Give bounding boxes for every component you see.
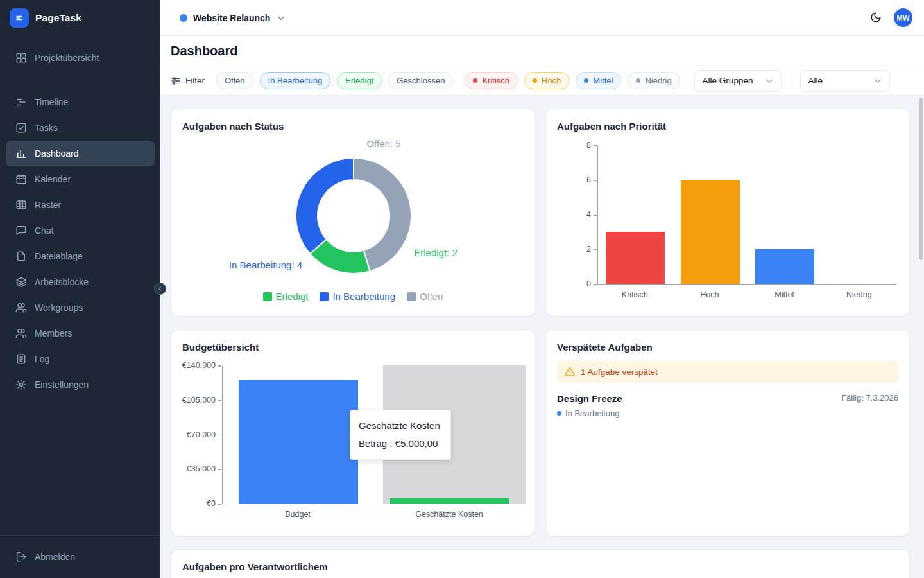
- assignee-filter-select[interactable]: Alle: [800, 70, 890, 92]
- moon-icon: [870, 12, 882, 23]
- sidebar-collapse-button[interactable]: [154, 283, 166, 295]
- bar-chart-icon: [15, 148, 27, 159]
- axis-tick: [594, 249, 597, 250]
- filter-chip-erledigt[interactable]: Erledigt: [337, 72, 382, 89]
- dashboard-content: Aufgaben nach Status Offen: 5 Erledigt: …: [160, 96, 924, 578]
- project-selector[interactable]: Website Relaunch: [180, 13, 286, 23]
- bar-geschatzte-kosten[interactable]: [390, 498, 509, 504]
- task-status: In Bearbeitung: [557, 408, 622, 418]
- raster-icon: [15, 199, 27, 211]
- layers-icon: [15, 276, 27, 288]
- page-title: Dashboard: [171, 44, 237, 58]
- filter-chip-mittel[interactable]: Mittel: [576, 72, 621, 89]
- overdue-task-name[interactable]: Design Freeze: [557, 393, 622, 404]
- logout-icon: [15, 551, 27, 563]
- sidebar-item-log[interactable]: Log: [6, 346, 155, 372]
- divider: [791, 74, 791, 88]
- sidebar-item-label: Log: [35, 354, 49, 364]
- filter-chip-hoch[interactable]: Hoch: [524, 72, 569, 89]
- chat-icon: [15, 225, 27, 236]
- x-axis-label: Hoch: [700, 290, 719, 299]
- legend-label: Erledigt: [276, 291, 309, 302]
- legend-label: In Bearbeitung: [332, 291, 395, 302]
- sliders-icon: [171, 76, 181, 86]
- sidebar-item-abmelden[interactable]: Abmelden: [6, 544, 155, 570]
- status-chart-card: Aufgaben nach Status Offen: 5 Erledigt: …: [171, 109, 535, 317]
- donut-label-in-bearbeitung: In Bearbeitung: 4: [229, 259, 302, 270]
- bar-budget[interactable]: [239, 380, 358, 504]
- y-axis-label: €35.000: [171, 464, 216, 473]
- sidebar-item-label: Kalender: [35, 174, 71, 184]
- overdue-task-info: Design Freeze In Bearbeitung: [557, 393, 622, 418]
- legend-label: Offen: [420, 291, 443, 302]
- overdue-tasks-card: Verspätete Aufgaben 1 Aufgabe verspätet …: [545, 329, 910, 536]
- overdue-alert-text: 1 Aufgabe verspätet: [581, 367, 658, 377]
- chevron-left-icon: [157, 285, 164, 292]
- user-avatar[interactable]: MW: [894, 8, 912, 27]
- brand-name: PageTask: [35, 12, 81, 24]
- chip-label: Geschlossen: [397, 76, 445, 85]
- sidebar-item-label: Timeline: [35, 97, 68, 107]
- chevron-down-icon: [873, 76, 883, 86]
- filter-chip-niedrig[interactable]: Niedrig: [628, 72, 680, 89]
- sidebar-item-label: Projektübersicht: [35, 53, 99, 63]
- bar-hoch[interactable]: [681, 180, 740, 284]
- filter-chip-kritisch[interactable]: Kritisch: [465, 72, 518, 89]
- bar-kritisch[interactable]: [606, 232, 665, 284]
- sidebar-item-tasks[interactable]: Tasks: [6, 115, 155, 141]
- topbar-right: MW: [869, 8, 912, 27]
- sidebar-item-label: Abmelden: [35, 552, 75, 562]
- timeline-icon: [15, 96, 27, 108]
- sidebar-item-workgroups[interactable]: Workgroups: [6, 295, 155, 320]
- y-axis-label: 8: [546, 141, 591, 150]
- sidebar-item-chat[interactable]: Chat: [6, 218, 155, 243]
- sidebar-item-raster[interactable]: Raster: [6, 192, 155, 218]
- priority-chart-card: Aufgaben nach Priorität KritischHochMitt…: [545, 109, 910, 317]
- x-axis-label: Kritisch: [622, 290, 648, 299]
- bar-mittel[interactable]: [755, 249, 814, 284]
- y-axis-label: 4: [546, 210, 591, 219]
- filter-button[interactable]: Filter: [171, 76, 205, 86]
- theme-toggle-button[interactable]: [869, 12, 882, 24]
- sidebar-item-arbeitsblocke[interactable]: Arbeitsblöcke: [6, 269, 155, 295]
- chip-label: Hoch: [542, 76, 561, 85]
- sidebar-item-einstellungen[interactable]: Einstellungen: [6, 372, 155, 398]
- priority-dot-icon: [584, 78, 588, 83]
- sidebar-item-dateiablage[interactable]: Dateiablage: [6, 243, 155, 269]
- axis-tick: [218, 504, 221, 505]
- users-icon: [15, 302, 27, 313]
- legend-swatch: [320, 292, 329, 301]
- sidebar-item-projektubersicht[interactable]: Projektübersicht: [6, 45, 155, 71]
- donut-segment-in-bearbeitung[interactable]: [296, 158, 354, 254]
- scrollbar-thumb[interactable]: [919, 98, 923, 260]
- card-title: Aufgaben pro Verantwortlichem: [182, 561, 328, 572]
- axis-tick: [594, 180, 597, 181]
- tooltip-value: Betrag : €5.000,00: [359, 435, 442, 453]
- filter-chip-offen[interactable]: Offen: [216, 72, 253, 89]
- legend-item-offen[interactable]: Offen: [407, 291, 443, 302]
- chart-tooltip: Geschätzte Kosten Betrag : €5.000,00: [350, 410, 451, 460]
- card-title: Aufgaben nach Priorität: [557, 121, 666, 132]
- legend-item-in-bearbeitung[interactable]: In Bearbeitung: [320, 291, 395, 302]
- page-title-bar: Dashboard: [160, 36, 924, 66]
- status-donut-chart: [292, 154, 415, 277]
- axis-tick: [218, 365, 221, 367]
- tasks-icon: [15, 122, 27, 134]
- group-filter-select[interactable]: Alle Gruppen: [694, 70, 782, 92]
- y-axis-label: 0: [546, 279, 591, 288]
- priority-dot-icon: [636, 78, 640, 83]
- sidebar-item-members[interactable]: Members: [6, 320, 155, 346]
- y-axis-label: €105.000: [171, 396, 216, 405]
- sidebar-item-label: Arbeitsblöcke: [35, 277, 89, 287]
- y-axis-label: 6: [546, 175, 591, 184]
- legend-item-erledigt[interactable]: Erledigt: [263, 291, 309, 302]
- scrollbar: [919, 97, 923, 575]
- sidebar-item-kalender[interactable]: Kalender: [6, 166, 155, 192]
- filter-chip-in-bearbeitung[interactable]: In Bearbeitung: [260, 72, 331, 89]
- sidebar-item-dashboard[interactable]: Dashboard: [6, 141, 155, 166]
- legend-swatch: [263, 292, 272, 301]
- sidebar: PageTask ProjektübersichtTimelineTasksDa…: [0, 0, 160, 578]
- filter-chip-geschlossen[interactable]: Geschlossen: [388, 72, 453, 89]
- sidebar-item-timeline[interactable]: Timeline: [6, 89, 155, 115]
- assignee-filter-value: Alle: [809, 76, 823, 85]
